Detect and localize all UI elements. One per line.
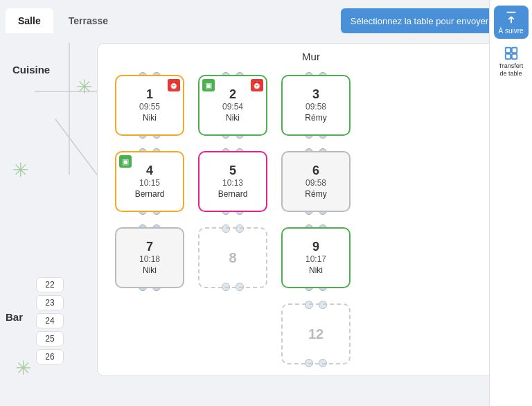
table-6-name: Rémy — [305, 189, 326, 200]
table-2-wrapper: ▣ ⏰ 2 09:54 Niki — [195, 71, 271, 140]
empty-slot-row4-col1 — [112, 299, 188, 369]
main-content: ✳ ✳ ✳ Cuisine Bar 22 23 24 25 26 Mur — [0, 36, 532, 406]
center-area: Mur ⏰ 1 09:55 — [97, 36, 532, 406]
table-5[interactable]: 5 10:13 Bernard — [198, 151, 267, 212]
tab-salle[interactable]: Salle — [6, 8, 53, 33]
top-bar: Salle Terrasse Sélectionnez la table pou… — [0, 0, 532, 36]
suivre-label: À suivre — [498, 27, 523, 35]
clock-icon-1: ⏰ — [168, 79, 180, 91]
table-7-number: 7 — [146, 240, 153, 255]
square-icon-2: ▣ — [202, 79, 215, 91]
table-4-time: 10:15 — [139, 178, 160, 189]
table-6-time: 09:58 — [305, 178, 326, 189]
table-4-wrapper: ▣ 4 10:15 Bernard — [112, 147, 188, 216]
table-12-wrapper: 12 — [278, 299, 354, 369]
table-9-name: Niki — [309, 265, 323, 276]
table-2-number: 2 — [229, 87, 236, 103]
table-1-number: 1 — [146, 87, 153, 103]
bar-table-24[interactable]: 24 — [36, 313, 64, 328]
tab-terrasse[interactable]: Terrasse — [56, 8, 121, 33]
table-5-wrapper: 5 10:13 Bernard — [195, 147, 271, 216]
table-6[interactable]: 6 09:58 Rémy — [281, 151, 351, 212]
table-4-name: Bernard — [135, 189, 165, 200]
table-5-number: 5 — [229, 164, 236, 179]
bar-table-22[interactable]: 22 — [36, 277, 64, 292]
mur-title: Mur — [105, 51, 517, 62]
star-deco-3: ✳ — [15, 359, 31, 378]
table-7-name: Niki — [143, 265, 157, 276]
table-9[interactable]: 9 10:17 Niki — [281, 227, 351, 288]
table-1-wrapper: ⏰ 1 09:55 Niki — [112, 71, 188, 140]
table-3-time: 09:58 — [305, 102, 326, 113]
table-8-number: 8 — [229, 250, 236, 266]
table-1-time: 09:55 — [139, 102, 160, 113]
cuisine-label: Cuisine — [12, 64, 50, 76]
table-7-time: 10:18 — [139, 254, 160, 265]
table-3[interactable]: 3 09:58 Rémy — [281, 75, 351, 136]
star-deco-2: ✳ — [12, 161, 28, 180]
left-sidebar: ✳ ✳ ✳ Cuisine Bar 22 23 24 25 26 — [0, 36, 97, 406]
bar-table-23[interactable]: 23 — [36, 295, 64, 310]
svg-rect-1 — [511, 48, 516, 53]
transfert-icon — [504, 46, 519, 61]
mur-section: Mur ⏰ 1 09:55 — [97, 43, 525, 376]
table-12[interactable]: 12 — [281, 303, 351, 364]
suivre-icon — [504, 10, 519, 26]
transfert-label: Transfertde table — [499, 62, 524, 78]
table-3-wrapper: 3 09:58 Rémy — [278, 71, 354, 140]
transfert-button[interactable]: Transfertde table — [494, 42, 529, 82]
table-7[interactable]: 7 10:18 Niki — [115, 227, 184, 288]
table-8[interactable]: 8 — [198, 227, 267, 288]
table-2-name: Niki — [226, 113, 240, 124]
table-5-time: 10:13 — [222, 178, 243, 189]
empty-slot-row4-col2 — [195, 299, 271, 369]
table-6-number: 6 — [312, 164, 319, 179]
square-icon-4: ▣ — [119, 155, 132, 168]
bar-label: Bar — [6, 311, 23, 323]
bar-table-26[interactable]: 26 — [36, 349, 64, 364]
clock-icon-2: ⏰ — [251, 79, 263, 91]
table-1-name: Niki — [143, 113, 157, 124]
svg-rect-2 — [505, 54, 510, 59]
table-9-time: 10:17 — [305, 254, 326, 265]
table-9-number: 9 — [312, 240, 319, 255]
right-panel: À suivre Transfertde table — [489, 0, 532, 406]
table-6-wrapper: 6 09:58 Rémy — [278, 147, 354, 216]
table-3-number: 3 — [312, 87, 319, 103]
svg-line-6 — [55, 119, 97, 175]
table-2-time: 09:54 — [222, 102, 243, 113]
suivre-button[interactable]: À suivre — [494, 6, 529, 39]
svg-rect-3 — [511, 54, 516, 59]
table-8-wrapper: 8 — [195, 223, 271, 292]
table-4-number: 4 — [146, 164, 153, 179]
table-4[interactable]: ▣ 4 10:15 Bernard — [115, 151, 184, 212]
table-grid: ⏰ 1 09:55 Niki — [105, 71, 517, 369]
table-5-name: Bernard — [218, 189, 248, 200]
table-1[interactable]: ⏰ 1 09:55 Niki — [115, 75, 184, 136]
table-3-name: Rémy — [305, 113, 326, 124]
bar-tables: 22 23 24 25 26 — [36, 277, 64, 364]
svg-rect-0 — [505, 48, 510, 53]
table-9-wrapper: 9 10:17 Niki — [278, 223, 354, 292]
table-12-number: 12 — [308, 326, 323, 342]
table-2[interactable]: ▣ ⏰ 2 09:54 Niki — [198, 75, 267, 136]
bar-table-25[interactable]: 25 — [36, 331, 64, 346]
table-7-wrapper: 7 10:18 Niki — [112, 223, 188, 292]
star-deco-1: ✳ — [76, 78, 92, 97]
